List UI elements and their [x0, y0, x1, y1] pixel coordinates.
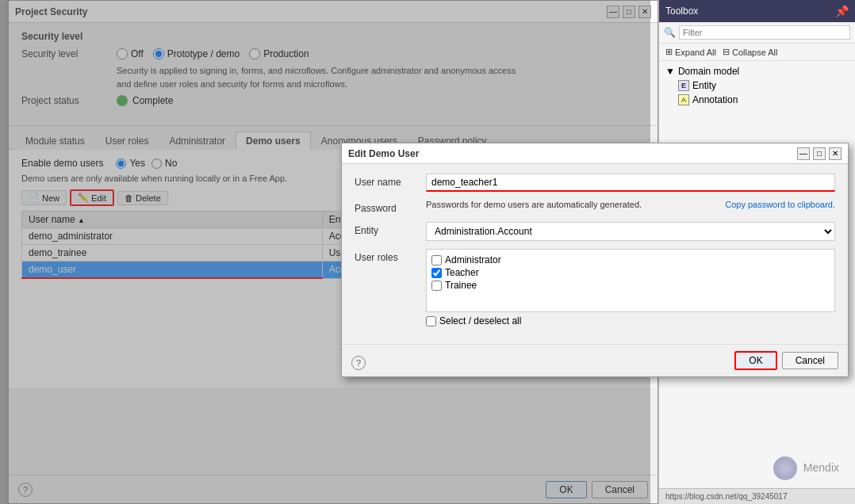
username-row: User name	[355, 174, 835, 192]
dialog-title: Edit Demo User	[348, 148, 419, 159]
domain-model-label: Domain model	[678, 66, 739, 77]
entity-select[interactable]: Administration.Account Administration.Us…	[426, 222, 835, 241]
entity-icon: E	[678, 80, 689, 91]
expand-icon: ⊞	[665, 47, 673, 57]
dialog-bottom: ? OK Cancel	[342, 344, 848, 376]
password-label: Password	[355, 200, 426, 214]
toolbox-filter-input[interactable]	[679, 25, 850, 40]
user-roles-label: User roles	[355, 249, 426, 263]
username-label: User name	[355, 174, 426, 188]
entity-label: Entity	[355, 222, 426, 236]
select-all-checkbox[interactable]	[426, 316, 436, 326]
role-administrator-label: Administrator	[445, 254, 501, 265]
annotation-icon: A	[678, 94, 689, 105]
entity-row: Entity Administration.Account Administra…	[355, 222, 835, 241]
username-input[interactable]	[426, 174, 835, 192]
entity-item[interactable]: E Entity	[678, 78, 849, 93]
expand-all-button[interactable]: ⊞ Expand All	[665, 47, 716, 57]
annotation-item[interactable]: A Annotation	[678, 93, 849, 107]
mendix-label: Mendix	[803, 461, 839, 474]
domain-model-children: E Entity A Annotation	[665, 78, 849, 107]
role-administrator-checkbox[interactable]	[431, 255, 442, 265]
user-roles-row: User roles Administrator Teacher Trainee	[355, 249, 835, 326]
dialog-maximize-button[interactable]: □	[813, 147, 826, 160]
dialog-minimize-button[interactable]: —	[797, 147, 810, 160]
username-field	[426, 174, 835, 192]
toolbox-titlebar: Toolbox 📌	[659, 0, 855, 22]
select-all-label: Select / deselect all	[439, 315, 521, 326]
role-trainee-checkbox[interactable]	[431, 281, 442, 291]
roles-list: Administrator Teacher Trainee	[426, 249, 835, 312]
collapse-all-button[interactable]: ⊟ Collapse All	[723, 47, 777, 57]
role-teacher: Teacher	[431, 267, 830, 278]
toolbox-title: Toolbox	[665, 6, 698, 17]
dialog-help-icon[interactable]: ?	[351, 356, 366, 370]
entity-label: Entity	[692, 80, 716, 91]
dialog-controls: — □ ✕	[797, 147, 842, 160]
role-trainee: Trainee	[431, 280, 830, 291]
dialog-close-button[interactable]: ✕	[829, 147, 842, 160]
entity-field: Administration.Account Administration.Us…	[426, 222, 835, 241]
toolbox-actions: ⊞ Expand All ⊟ Collapse All	[659, 44, 855, 61]
password-note: Passwords for demo users are automatical…	[426, 200, 719, 209]
dialog-content: User name Password Passwords for demo us…	[342, 164, 848, 344]
password-field: Passwords for demo users are automatical…	[426, 200, 835, 209]
role-teacher-checkbox[interactable]	[431, 268, 442, 278]
role-teacher-label: Teacher	[445, 267, 479, 278]
tree-collapse-icon: ▼	[665, 66, 675, 77]
mendix-watermark: Mendix	[773, 456, 839, 480]
edit-demo-user-dialog: Edit Demo User — □ ✕ User name Password …	[341, 143, 849, 377]
select-all-row: Select / deselect all	[426, 312, 835, 326]
search-icon: 🔍	[664, 27, 676, 38]
password-row: Password Passwords for demo users are au…	[355, 200, 835, 214]
dialog-titlebar: Edit Demo User — □ ✕	[342, 143, 848, 164]
annotation-label: Annotation	[692, 94, 738, 105]
collapse-icon: ⊟	[723, 47, 730, 57]
dialog-cancel-button[interactable]: Cancel	[782, 352, 838, 369]
domain-model-item[interactable]: ▼ Domain model	[665, 64, 849, 78]
toolbox-filter-area: 🔍	[659, 22, 855, 44]
url-bar: https://blog.csdn.net/qq_39245017	[659, 488, 855, 504]
copy-password-link[interactable]: Copy password to clipboard.	[725, 200, 835, 209]
toolbox-pin-icon[interactable]: 📌	[835, 5, 849, 17]
url-text: https://blog.csdn.net/qq_39245017	[665, 492, 787, 501]
mendix-logo-icon	[773, 456, 797, 480]
dialog-ok-button[interactable]: OK	[734, 351, 776, 370]
toolbox-tree: ▼ Domain model E Entity A Annotation	[659, 61, 855, 110]
role-trainee-label: Trainee	[445, 280, 477, 291]
user-roles-field: Administrator Teacher Trainee Select / d…	[426, 249, 835, 326]
role-administrator: Administrator	[431, 254, 830, 265]
